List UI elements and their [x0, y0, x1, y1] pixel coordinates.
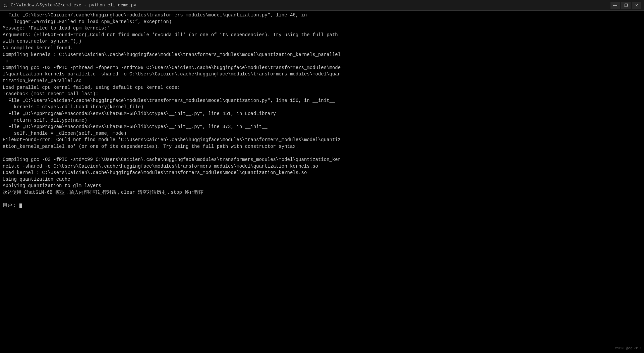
close-button[interactable]: ✕	[632, 2, 641, 9]
maximize-button[interactable]: ❐	[621, 2, 631, 9]
terminal-output: File „C:\Users\Caicien/.cache\huggingfac…	[3, 12, 641, 209]
cmd-icon: C:	[3, 3, 8, 8]
terminal-window: C: C:\Windows\System32\cmd.exe - python …	[0, 0, 644, 353]
svg-text:C:: C:	[4, 4, 8, 7]
window-controls: — ❐ ✕	[610, 2, 641, 9]
minimize-button[interactable]: —	[610, 2, 620, 9]
title-bar-left: C: C:\Windows\System32\cmd.exe - python …	[3, 3, 136, 8]
title-bar: C: C:\Windows\System32\cmd.exe - python …	[0, 0, 644, 11]
watermark: CSDN @cg5017	[615, 346, 641, 350]
terminal-body[interactable]: File „C:\Users\Caicien/.cache\huggingfac…	[0, 11, 644, 353]
window-title: C:\Windows\System32\cmd.exe - python cli…	[11, 3, 136, 8]
